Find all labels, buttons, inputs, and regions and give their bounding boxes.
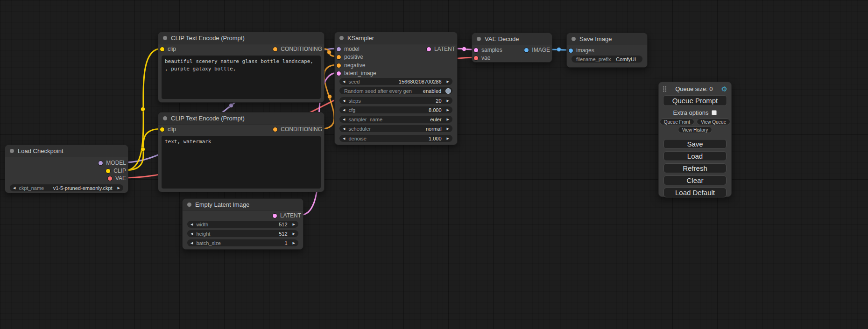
save-button[interactable]: Save <box>663 139 727 149</box>
toggle-dot-icon[interactable] <box>445 88 451 94</box>
widget-batch-size[interactable]: ◀ batch_size 1 ▶ <box>187 239 298 246</box>
collapse-dot[interactable] <box>339 36 344 40</box>
collapse-dot[interactable] <box>10 149 14 153</box>
queue-front-button[interactable]: Queue Front <box>660 119 694 125</box>
slot-dot-latent[interactable] <box>427 47 431 51</box>
widget-height[interactable]: ◀ height 512 ▶ <box>187 230 298 237</box>
node-title-bar[interactable]: CLIP Text Encode (Prompt) <box>158 112 324 125</box>
view-history-button[interactable]: View History <box>678 126 712 133</box>
input-slot-samples[interactable]: samples <box>474 46 502 54</box>
drag-handle-icon[interactable] <box>663 86 667 92</box>
widget-steps[interactable]: ◀ steps 20 ▶ <box>339 97 452 104</box>
node-title-bar[interactable]: CLIP Text Encode (Prompt) <box>158 32 324 44</box>
node-title-bar[interactable]: Empty Latent Image <box>183 199 303 211</box>
node-ksampler[interactable]: KSampler model LATENT positive negative … <box>334 32 458 145</box>
slot-dot-clip[interactable] <box>106 169 110 173</box>
node-title-bar[interactable]: KSampler <box>335 32 457 44</box>
node-title-bar[interactable]: VAE Decode <box>472 33 552 45</box>
input-slot-clip[interactable]: clip <box>160 45 176 53</box>
node-clip-text-encode-negative[interactable]: CLIP Text Encode (Prompt) clip CONDITION… <box>158 112 325 192</box>
widget-cfg[interactable]: ◀ cfg 8.000 ▶ <box>339 106 452 113</box>
refresh-button[interactable]: Refresh <box>663 163 727 173</box>
node-vae-decode[interactable]: VAE Decode samples IMAGE vae <box>472 33 552 63</box>
node-title-bar[interactable]: Save Image <box>567 33 647 45</box>
slot-dot-conditioning[interactable] <box>337 55 341 59</box>
prompt-text-input[interactable]: beautiful scenery nature glass bottle la… <box>162 56 321 99</box>
widget-ckpt-name[interactable]: ◀ ckpt_name v1-5-pruned-emaonly.ckpt ▶ <box>10 184 123 191</box>
slot-dot-latent[interactable] <box>273 214 277 218</box>
output-slot-latent[interactable]: LATENT <box>273 212 301 219</box>
slot-dot-conditioning[interactable] <box>337 63 341 68</box>
slot-dot-vae[interactable] <box>108 176 112 181</box>
slot-dot-clip[interactable] <box>160 47 164 51</box>
slot-dot-latent[interactable] <box>474 48 478 52</box>
widget-seed[interactable]: ◀ seed 156680208700286 ▶ <box>339 78 452 85</box>
decrement-arrow-icon[interactable]: ◀ <box>187 221 196 228</box>
slot-dot-image[interactable] <box>524 48 529 52</box>
node-empty-latent-image[interactable]: Empty Latent Image LATENT ◀ width 512 ▶ … <box>182 198 303 250</box>
node-load-checkpoint[interactable]: Load Checkpoint MODEL CLIP VAE ◀ ckpt_na… <box>5 145 128 193</box>
widget-denoise[interactable]: ◀ denoise 1.000 ▶ <box>339 135 452 142</box>
node-clip-text-encode-positive[interactable]: CLIP Text Encode (Prompt) clip CONDITION… <box>158 32 325 103</box>
slot-dot-image[interactable] <box>569 49 573 53</box>
collapse-dot[interactable] <box>187 203 191 207</box>
collapse-dot[interactable] <box>477 37 481 41</box>
slot-dot-latent[interactable] <box>337 71 341 76</box>
increment-arrow-icon[interactable]: ▶ <box>289 239 298 246</box>
load-button[interactable]: Load <box>663 151 727 161</box>
node-canvas[interactable]: Load Checkpoint MODEL CLIP VAE ◀ ckpt_na… <box>0 0 868 329</box>
output-slot-vae[interactable]: VAE <box>108 175 126 182</box>
collapse-dot[interactable] <box>572 37 576 41</box>
prev-value-arrow-icon[interactable]: ◀ <box>10 184 19 191</box>
slot-dot-model[interactable] <box>99 161 103 165</box>
decrement-arrow-icon[interactable]: ◀ <box>339 78 348 85</box>
decrement-arrow-icon[interactable]: ◀ <box>339 135 348 142</box>
output-slot-model[interactable]: MODEL <box>99 159 126 167</box>
next-value-arrow-icon[interactable]: ▶ <box>444 125 452 132</box>
collapse-dot[interactable] <box>163 116 167 120</box>
increment-arrow-icon[interactable]: ▶ <box>289 221 298 228</box>
decrement-arrow-icon[interactable]: ◀ <box>339 106 348 113</box>
slot-dot-conditioning[interactable] <box>273 47 277 51</box>
output-slot-conditioning[interactable]: CONDITIONING <box>273 126 322 133</box>
prev-value-arrow-icon[interactable]: ◀ <box>339 116 348 123</box>
decrement-arrow-icon[interactable]: ◀ <box>187 239 196 246</box>
next-value-arrow-icon[interactable]: ▶ <box>114 184 123 191</box>
clear-button[interactable]: Clear <box>663 175 727 185</box>
output-slot-clip[interactable]: CLIP <box>106 167 126 175</box>
decrement-arrow-icon[interactable]: ◀ <box>339 97 348 104</box>
input-slot-vae[interactable]: vae <box>474 54 490 62</box>
slot-dot-clip[interactable] <box>160 127 164 132</box>
collapse-dot[interactable] <box>163 36 167 40</box>
increment-arrow-icon[interactable]: ▶ <box>444 78 452 85</box>
input-slot-positive[interactable]: positive <box>337 53 363 61</box>
prev-value-arrow-icon[interactable]: ◀ <box>339 125 348 132</box>
slot-dot-model[interactable] <box>337 47 341 51</box>
prompt-text-input[interactable]: text, watermark <box>162 136 321 189</box>
slot-dot-conditioning[interactable] <box>273 127 277 132</box>
slot-dot-vae[interactable] <box>474 56 478 60</box>
next-value-arrow-icon[interactable]: ▶ <box>444 116 452 123</box>
output-slot-conditioning[interactable]: CONDITIONING <box>273 45 322 53</box>
output-slot-image[interactable]: IMAGE <box>524 46 550 54</box>
queue-panel[interactable]: Queue size: 0 ⚙ Queue Prompt Extra optio… <box>658 82 732 197</box>
load-default-button[interactable]: Load Default <box>663 188 727 197</box>
decrement-arrow-icon[interactable]: ◀ <box>187 230 196 237</box>
input-slot-negative[interactable]: negative <box>337 62 365 69</box>
node-save-image[interactable]: Save Image images filename_prefix ComfyU… <box>566 33 648 68</box>
output-slot-latent[interactable]: LATENT <box>427 45 455 53</box>
input-slot-latent-image[interactable]: latent_image <box>337 70 376 77</box>
view-queue-button[interactable]: View Queue <box>697 119 730 125</box>
queue-prompt-button[interactable]: Queue Prompt <box>663 95 727 106</box>
increment-arrow-icon[interactable]: ▶ <box>444 135 452 142</box>
widget-scheduler[interactable]: ◀ scheduler normal ▶ <box>339 125 452 132</box>
widget-filename-prefix[interactable]: filename_prefix ComfyUI <box>572 56 642 63</box>
widget-sampler-name[interactable]: ◀ sampler_name euler ▶ <box>339 116 452 123</box>
widget-width[interactable]: ◀ width 512 ▶ <box>187 221 298 228</box>
input-slot-images[interactable]: images <box>569 47 594 54</box>
increment-arrow-icon[interactable]: ▶ <box>289 230 298 237</box>
input-slot-clip[interactable]: clip <box>160 126 176 133</box>
widget-random-seed-toggle[interactable]: Random seed after every gen enabled <box>339 87 452 94</box>
extra-options-checkbox[interactable] <box>712 110 717 115</box>
node-title-bar[interactable]: Load Checkpoint <box>5 145 128 157</box>
